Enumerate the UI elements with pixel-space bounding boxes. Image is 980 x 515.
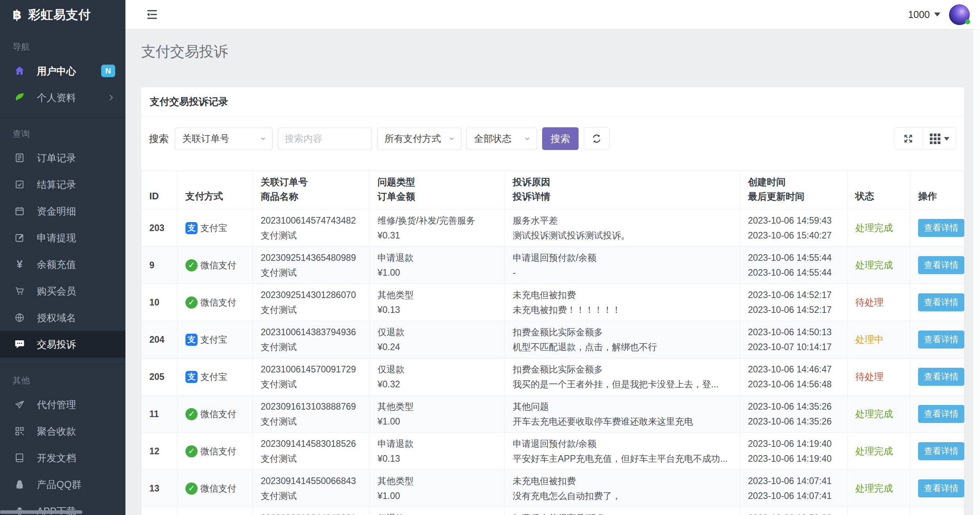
cell-issue: 申请退款 ¥0.13 <box>370 433 505 470</box>
cell-id: 13 <box>142 470 178 507</box>
sidebar-item-payout[interactable]: 代付管理 <box>0 391 125 418</box>
pay-method-select[interactable]: 所有支付方式 <box>377 128 461 150</box>
issue-type: 其他类型 <box>377 287 500 302</box>
sidebar-item-recharge[interactable]: ¥ 余额充值 <box>0 251 125 278</box>
book-icon <box>13 452 27 463</box>
cell-pay-method: 支付宝 <box>178 321 253 358</box>
cell-time: 2023-10-06 14:46:47 2023-10-06 14:56:48 <box>740 358 848 396</box>
caret-down-icon <box>944 137 949 141</box>
sidebar-section-nav: 导航 <box>0 29 125 58</box>
sidebar-item-domains[interactable]: 授权域名 <box>0 304 125 331</box>
view-detail-button[interactable]: 查看详情 <box>918 479 964 497</box>
sidebar-item-dev-docs[interactable]: 开发文档 <box>0 445 125 471</box>
chevron-down-icon <box>524 135 531 142</box>
updated-time: 2023-10-06 14:52:17 <box>748 302 842 317</box>
order-number: 2023100614383794936 <box>261 325 365 340</box>
view-detail-button[interactable]: 查看详情 <box>918 331 964 349</box>
view-detail-button[interactable]: 查看详情 <box>918 293 964 311</box>
cell-status: 待处理 <box>848 358 910 396</box>
view-detail-button[interactable]: 查看详情 <box>918 219 964 237</box>
sidebar-item-membership[interactable]: 购买会员 <box>0 278 125 304</box>
sidebar-item-funds[interactable]: 资金明细 <box>0 198 125 224</box>
order-amount: ¥0.13 <box>377 302 500 317</box>
cell-status: 处理完成 <box>848 396 910 433</box>
search-input[interactable] <box>278 133 372 144</box>
table-row: 13 微信支付 2023091414550066843 支付测试 <box>142 470 964 507</box>
list-icon <box>13 152 27 163</box>
cell-order: 2023091613103888769 支付测试 <box>253 396 370 433</box>
sidebar-item-label: 资金明细 <box>37 205 76 218</box>
page-scrollbar[interactable] <box>973 29 980 515</box>
cell-pay-method <box>178 507 253 515</box>
table-row: 204 支付宝 2023100614383794936 支付测试 <box>142 321 964 358</box>
column-header: 关联订单号 商品名称 <box>253 171 370 210</box>
sidebar-item-label: 购买会员 <box>37 285 76 298</box>
chevron-down-icon <box>448 135 455 142</box>
columns-button[interactable] <box>922 128 956 150</box>
order-number: 2023092818244343881 <box>261 511 365 515</box>
cell-reason: 扣费金额比实际金额多 我买的是一个王者外挂，但是我把卡没登上去，登... <box>505 358 740 396</box>
sidebar-item-qq-group[interactable]: 产品QQ群 <box>0 471 125 498</box>
pay-method-icon <box>185 334 198 346</box>
cell-action: 查看详情 <box>910 433 964 470</box>
cell-status: 处理完成 <box>848 433 910 470</box>
cell-status: 处理中 <box>848 321 910 358</box>
new-badge: N <box>101 65 115 77</box>
column-header: 问题类型 订单金额 <box>370 171 505 210</box>
sidebar-item-label: 聚合收款 <box>37 425 76 438</box>
avatar[interactable] <box>949 4 970 25</box>
cell-issue: 其他类型 ¥1.00 <box>370 396 505 433</box>
view-detail-button[interactable]: 查看详情 <box>918 442 964 460</box>
complaints-card: 支付交易投诉记录 搜索 关联订单号 所有支付方式 <box>141 87 964 515</box>
issue-type: 仅退款 <box>377 511 500 515</box>
issue-type: 申请退款 <box>377 250 500 265</box>
sidebar-item-withdraw[interactable]: 申请提现 <box>0 224 125 251</box>
search-field-select[interactable]: 关联订单号 <box>175 128 273 150</box>
complaint-detail: 没有充电怎么自动扣费了， <box>513 488 735 503</box>
issue-type: 其他类型 <box>377 473 500 488</box>
expand-icon <box>903 134 913 144</box>
complaint-reason: 申请退回预付款/余额 <box>513 436 735 451</box>
brand-name: 彩虹易支付 <box>28 7 91 23</box>
sidebar-item-profile[interactable]: 个人资料 <box>0 84 125 111</box>
brand-logo[interactable]: ฿ 彩虹易支付 <box>0 0 125 29</box>
balance-dropdown[interactable]: 1000 <box>908 9 940 20</box>
refresh-button[interactable] <box>584 127 610 150</box>
pay-method-icon <box>185 296 198 309</box>
view-detail-button[interactable]: 查看详情 <box>918 256 964 274</box>
sidebar-scrollbar-thumb[interactable] <box>0 510 82 514</box>
fullscreen-button[interactable] <box>894 128 922 150</box>
cell-issue: 其他类型 ¥0.13 <box>370 284 505 321</box>
table-row: 203 支付宝 2023100614574743482 支付测试 <box>142 210 964 247</box>
pay-method-icon <box>185 408 198 420</box>
status-badge: 待处理 <box>855 371 884 382</box>
sidebar-item-complaints[interactable]: 交易投诉 <box>0 331 125 358</box>
sidebar-item-orders[interactable]: 订单记录 <box>0 145 125 171</box>
cell-id: 10 <box>142 284 178 321</box>
complaint-detail: 我买的是一个王者外挂，但是我把卡没登上去，登... <box>513 377 735 392</box>
sidebar-item-aggregate-pay[interactable]: 聚合收款 <box>0 418 125 445</box>
cell-time: 2023-10-06 14:52:17 2023-10-06 14:52:17 <box>740 284 848 321</box>
cell-order: 2023092514365480989 支付测试 <box>253 247 370 284</box>
sidebar-item-settlement[interactable]: 结算记录 <box>0 171 125 198</box>
column-header: 创建时间 最后更新时间 <box>740 171 848 210</box>
status-select[interactable]: 全部状态 <box>466 128 537 150</box>
product-name: 支付测试 <box>261 265 365 280</box>
order-amount: ¥0.13 <box>377 451 500 466</box>
refresh-icon <box>591 133 602 144</box>
search-button[interactable]: 搜索 <box>542 127 579 150</box>
cell-id: 9 <box>142 247 178 284</box>
order-number: 2023092514301286070 <box>261 287 365 302</box>
view-detail-button[interactable]: 查看详情 <box>918 368 964 386</box>
issue-type: 仅退款 <box>377 362 500 377</box>
status-badge: 处理完成 <box>855 408 893 419</box>
pay-method-label: 支付宝 <box>200 371 227 383</box>
product-name: 支付测试 <box>261 451 365 466</box>
view-detail-button[interactable]: 查看详情 <box>918 405 964 423</box>
cell-order: 2023100614383794936 支付测试 <box>253 321 370 358</box>
menu-fold-icon[interactable] <box>145 7 159 22</box>
sidebar-item-user-center[interactable]: 用户中心 N <box>0 58 125 84</box>
cell-id <box>142 507 178 515</box>
cell-reason: 未充电但被扣费 未充电被扣费！！！！！！ <box>505 284 740 321</box>
product-name: 支付测试 <box>261 302 365 317</box>
